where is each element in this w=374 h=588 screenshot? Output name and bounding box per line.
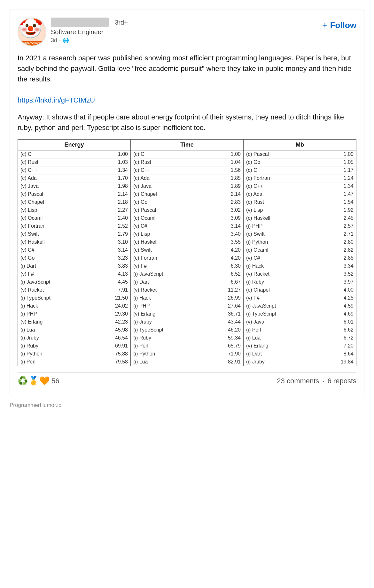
table-row: (i) Python75.88	[18, 350, 130, 358]
table-row: (c) Ocaml3.09	[131, 214, 243, 222]
val-cell: 42.23	[111, 318, 130, 326]
table-row: (i) TypeScript46.20	[131, 326, 243, 334]
val-cell: 4.25	[337, 294, 356, 302]
table-row: (c) C1.00	[18, 150, 130, 158]
comments-label[interactable]: 23 comments	[277, 377, 319, 385]
table-row: (c) Go2.83	[131, 198, 243, 206]
lang-cell: (i) Python	[18, 350, 111, 358]
lang-cell: (c) C	[244, 166, 337, 174]
val-cell: 1.98	[111, 182, 130, 190]
table-row: (c) Go3.23	[18, 254, 130, 262]
table-row: (v) Java6.01	[244, 318, 356, 326]
val-cell: 69.91	[111, 342, 130, 350]
user-title: Software Engineer	[51, 28, 128, 36]
lang-cell: (v) Erlang	[131, 310, 224, 318]
lang-cell: (i) Perl	[244, 326, 337, 334]
table-row: (i) Dart6.67	[131, 278, 243, 286]
lang-cell: (c) Chapel	[131, 190, 224, 198]
val-cell: 2.82	[337, 246, 356, 254]
lang-cell: (i) Jruby	[18, 334, 111, 342]
val-cell: 7.91	[111, 286, 130, 294]
table-row: (v) Racket11.27	[131, 286, 243, 294]
globe-icon: 🌐	[63, 37, 69, 43]
val-cell: 3.83	[111, 262, 130, 270]
lang-cell: (c) Chapel	[244, 286, 337, 294]
table-row: (c) Fortran4.20	[131, 254, 243, 262]
lang-cell: (i) TypeScript	[18, 294, 111, 302]
lang-cell: (c) Ada	[131, 174, 224, 182]
val-cell: 43.44	[224, 318, 243, 326]
table-row: (v) Erlang7.20	[244, 342, 356, 350]
val-cell: 3.40	[224, 230, 243, 238]
table-row: (v) F#4.25	[244, 294, 356, 302]
val-cell: 3.02	[224, 206, 243, 214]
val-cell: 4.69	[337, 310, 356, 318]
reaction-icons: ♻️ 🥇 🧡	[18, 376, 50, 386]
table-row: (v) Lisp3.40	[131, 230, 243, 238]
lang-cell: (i) JavaScript	[18, 278, 111, 286]
val-cell: 3.23	[111, 254, 130, 262]
val-cell: 6.30	[224, 262, 243, 270]
table-row: (c) Fortran1.24	[244, 174, 356, 182]
table-row: (c) Haskell3.10	[18, 238, 130, 246]
table-row: (c) Haskell3.55	[131, 238, 243, 246]
table-row: (c) Rust1.04	[131, 158, 243, 166]
table-row: (c) Go1.05	[244, 158, 356, 166]
table-row: (i) PHP2.57	[244, 222, 356, 230]
reactions-bar: ♻️ 🥇 🧡 56 23 comments · 6 reposts	[18, 372, 356, 389]
lang-cell: (i) Jruby	[244, 358, 337, 366]
table-row: (i) Python71.90	[131, 350, 243, 358]
val-cell: 29.30	[111, 310, 130, 318]
table-row: (c) Pascal2.14	[18, 190, 130, 198]
table-row: (v) F#4.13	[18, 270, 130, 278]
val-cell: 6.72	[337, 334, 356, 342]
table-row: (v) F#6.30	[131, 262, 243, 270]
val-cell: 2.18	[111, 198, 130, 206]
clown-emoji: 🤡	[18, 18, 46, 38]
val-cell: 3.97	[337, 278, 356, 286]
val-cell: 7.20	[337, 342, 356, 350]
lang-cell: (v) Java	[244, 318, 337, 326]
follow-button[interactable]: + Follow	[322, 18, 356, 33]
val-cell: 1.54	[337, 198, 356, 206]
mb-header: Mb	[244, 140, 356, 150]
header-left: 🤡 #OPENTOWORK · 3rd+ Software Engineer 3…	[18, 18, 128, 46]
lang-cell: (c) Swift	[131, 246, 224, 254]
table-row: (i) JavaScript4.59	[244, 302, 356, 310]
follow-label: Follow	[330, 20, 356, 30]
val-cell: 59.34	[224, 334, 243, 342]
lang-cell: (c) C++	[244, 182, 337, 190]
table-row: (c) Pascal3.02	[131, 206, 243, 214]
mb-rows: (c) Pascal1.00(c) Go1.05(c) C1.17(c) For…	[244, 150, 356, 366]
val-cell: 4.20	[224, 246, 243, 254]
energy-rows: (c) C1.00(c) Rust1.03(c) C++1.34(c) Ada1…	[18, 150, 130, 366]
val-cell: 1.34	[111, 166, 130, 174]
lang-cell: (c) Ada	[244, 190, 337, 198]
table-row: (c) Chapel4.00	[244, 286, 356, 294]
table-row: (c) Ada1.47	[244, 190, 356, 198]
val-cell: 4.59	[337, 302, 356, 310]
time-header: Time	[131, 140, 243, 150]
lang-cell: (i) Lua	[18, 326, 111, 334]
lang-cell: (v) C#	[131, 222, 224, 230]
val-cell: 2.14	[111, 190, 130, 198]
val-cell: 1.00	[224, 150, 243, 158]
lang-cell: (v) Lisp	[131, 230, 224, 238]
lang-cell: (i) TypeScript	[244, 310, 337, 318]
lang-cell: (c) Chapel	[18, 198, 111, 206]
val-cell: 4.00	[337, 286, 356, 294]
table-row: (c) Swift2.71	[244, 230, 356, 238]
lang-cell: (c) Rust	[244, 198, 337, 206]
val-cell: 1.03	[111, 158, 130, 166]
post-paragraph-1: In 2021 a research paper was published s…	[18, 53, 356, 105]
val-cell: 1.70	[111, 174, 130, 182]
energy-section: Energy (c) C1.00(c) Rust1.03(c) C++1.34(…	[18, 140, 131, 366]
table-row: (i) Ruby59.34	[131, 334, 243, 342]
reposts-label[interactable]: 6 reposts	[328, 377, 357, 385]
val-cell: 82.91	[224, 358, 243, 366]
avatar-image: 🤡 #OPENTOWORK	[18, 18, 46, 46]
lang-cell: (v) Java	[131, 182, 224, 190]
lang-cell: (c) Go	[131, 198, 224, 206]
post-link[interactable]: https://lnkd.in/gFTCtMzU	[18, 96, 95, 104]
table-row: (i) Dart3.83	[18, 262, 130, 270]
